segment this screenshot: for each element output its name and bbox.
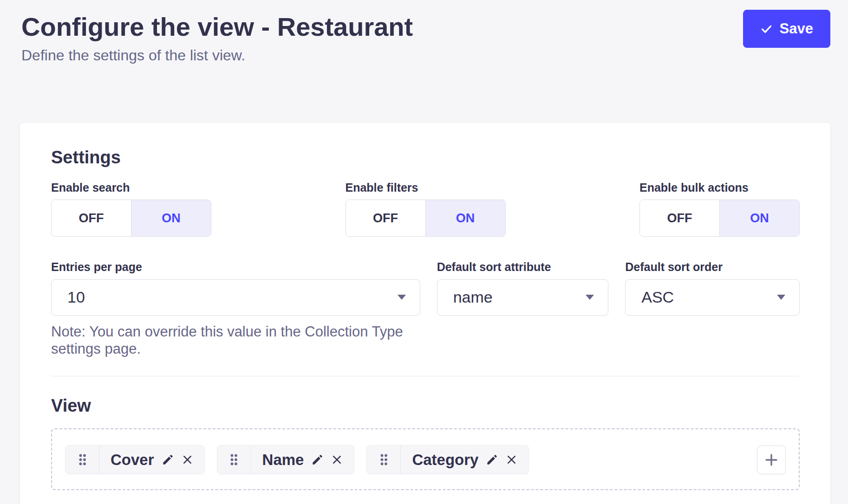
default-sort-order-value: ASC xyxy=(641,288,674,306)
enable-search-label: Enable search xyxy=(51,181,211,194)
chevron-down-icon xyxy=(586,295,594,300)
chevron-down-icon xyxy=(398,295,406,300)
close-icon xyxy=(506,454,517,465)
enable-bulk-actions-off-button[interactable]: OFF xyxy=(640,200,719,236)
entries-per-page-note: Note: You can override this value in the… xyxy=(51,323,420,357)
default-sort-attribute-select[interactable]: name xyxy=(437,279,609,316)
field-chip-category[interactable]: Category xyxy=(366,445,529,474)
field-chip-label: Name xyxy=(262,451,304,469)
pencil-icon xyxy=(486,453,498,466)
selects-row: Entries per page 10 Note: You can overri… xyxy=(51,261,800,357)
chevron-down-icon xyxy=(777,295,785,300)
edit-field-button[interactable] xyxy=(311,453,324,466)
view-heading: View xyxy=(51,397,800,414)
drag-handle-icon[interactable] xyxy=(217,446,251,474)
enable-search-off-button[interactable]: OFF xyxy=(52,200,131,236)
enable-filters-off-button[interactable]: OFF xyxy=(346,200,425,236)
close-icon xyxy=(331,454,343,465)
save-button-label: Save xyxy=(780,20,813,37)
pencil-icon xyxy=(162,453,174,466)
field-chip-cover[interactable]: Cover xyxy=(65,445,205,474)
settings-card: Settings Enable search OFF ON Enable fil… xyxy=(20,123,830,504)
drag-handle-icon[interactable] xyxy=(65,446,99,474)
enable-filters-toggle: OFF ON xyxy=(346,200,506,237)
add-field-button[interactable] xyxy=(757,446,786,474)
entries-per-page-select[interactable]: 10 xyxy=(51,279,420,316)
default-sort-attribute-value: name xyxy=(453,288,493,306)
toggles-row: Enable search OFF ON Enable filters OFF … xyxy=(51,181,800,237)
enable-bulk-actions-on-button[interactable]: ON xyxy=(719,200,799,236)
plus-icon xyxy=(763,452,779,468)
enable-search-field: Enable search OFF ON xyxy=(51,181,211,237)
drag-handle-icon[interactable] xyxy=(367,446,401,474)
default-sort-attribute-field: Default sort attribute name xyxy=(437,261,609,357)
page-subtitle: Define the settings of the list view. xyxy=(21,46,830,64)
save-button[interactable]: Save xyxy=(743,10,830,48)
default-sort-attribute-label: Default sort attribute xyxy=(437,261,609,274)
section-divider xyxy=(51,376,800,376)
edit-field-button[interactable] xyxy=(486,453,498,466)
enable-search-toggle: OFF ON xyxy=(51,200,211,237)
enable-filters-field: Enable filters OFF ON xyxy=(346,181,506,237)
entries-per-page-label: Entries per page xyxy=(51,261,420,274)
enable-bulk-actions-toggle: OFF ON xyxy=(639,200,800,237)
field-chip-label: Category xyxy=(412,451,478,469)
remove-field-button[interactable] xyxy=(182,454,193,465)
enable-filters-on-button[interactable]: ON xyxy=(425,200,505,236)
field-drop-zone: Cover xyxy=(51,428,800,490)
remove-field-button[interactable] xyxy=(331,454,343,465)
enable-search-on-button[interactable]: ON xyxy=(131,200,211,236)
entries-per-page-value: 10 xyxy=(67,288,85,306)
default-sort-order-label: Default sort order xyxy=(625,261,800,274)
pencil-icon xyxy=(311,453,324,466)
close-icon xyxy=(182,454,193,465)
configure-view-page: Configure the view - Restaurant Define t… xyxy=(0,0,848,504)
enable-filters-label: Enable filters xyxy=(346,181,506,194)
page-header: Configure the view - Restaurant Define t… xyxy=(0,0,848,65)
settings-heading: Settings xyxy=(51,149,800,166)
page-title: Configure the view - Restaurant xyxy=(21,12,830,42)
remove-field-button[interactable] xyxy=(506,454,517,465)
edit-field-button[interactable] xyxy=(162,453,174,466)
default-sort-order-select[interactable]: ASC xyxy=(625,279,800,316)
enable-bulk-actions-label: Enable bulk actions xyxy=(639,181,800,194)
enable-bulk-actions-field: Enable bulk actions OFF ON xyxy=(639,181,800,237)
default-sort-order-field: Default sort order ASC xyxy=(625,261,800,357)
field-chip-name[interactable]: Name xyxy=(217,445,355,474)
check-icon xyxy=(760,23,773,35)
entries-per-page-field: Entries per page 10 Note: You can overri… xyxy=(51,261,420,357)
field-chip-label: Cover xyxy=(111,451,154,469)
